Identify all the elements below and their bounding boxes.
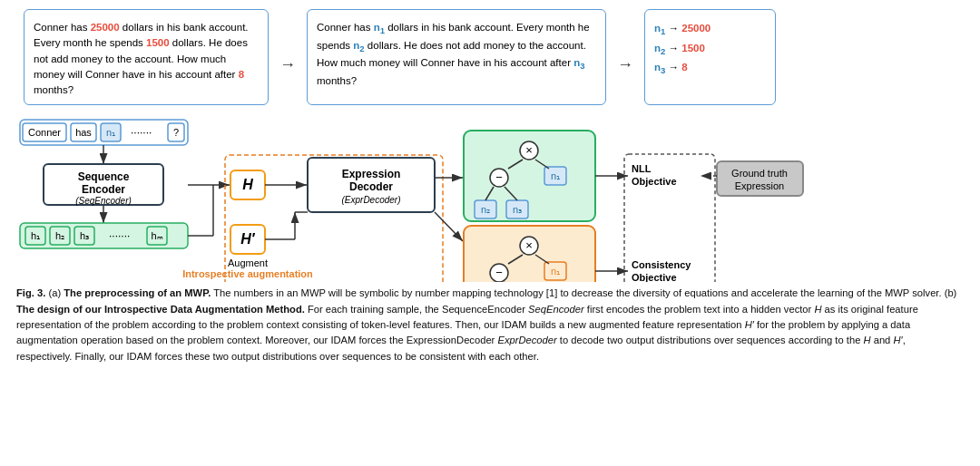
- svg-text:×: ×: [525, 143, 533, 157]
- svg-text:NLL: NLL: [632, 163, 652, 174]
- svg-text:?: ?: [173, 127, 179, 138]
- mwp-box: Conner has 25000 dollars in his bank acc…: [24, 9, 269, 105]
- arrow-preprocessed-to-nummap: →: [613, 24, 637, 105]
- number-mapping-box: n1 → 25000 n2 → 1500 n3 → 8: [644, 9, 776, 105]
- arrow-mwp-to-preprocessed: →: [276, 24, 299, 105]
- number-mapping-item-2: n2 → 1500: [654, 40, 766, 60]
- svg-text:Introspective augmentation: Introspective augmentation: [182, 268, 313, 279]
- svg-text:Consistency: Consistency: [632, 259, 691, 270]
- svg-text:Encoder: Encoder: [82, 183, 125, 196]
- mwp-text: Conner has 25000 dollars in his bank acc…: [34, 20, 259, 98]
- svg-text:Decoder: Decoder: [349, 180, 393, 193]
- svg-text:has: has: [75, 127, 92, 138]
- preprocessed-mwp-box: Conner has n1 dollars in his bank accoun…: [307, 9, 606, 105]
- svg-text:Objective: Objective: [632, 176, 677, 187]
- mwp-n3: 8: [239, 69, 244, 80]
- svg-text:H: H: [242, 177, 253, 192]
- svg-text:−: −: [495, 170, 503, 184]
- svg-text:·······: ·······: [109, 229, 130, 242]
- svg-text:Sequence: Sequence: [78, 170, 130, 183]
- svg-text:hₘ: hₘ: [151, 230, 162, 241]
- svg-text:h₃: h₃: [80, 230, 89, 241]
- number-mapping-item-3: n3 → 8: [654, 59, 766, 79]
- preprocessed-text: Conner has n1 dollars in his bank accoun…: [317, 20, 596, 89]
- svg-text:n₃: n₃: [513, 204, 522, 215]
- pp-n2: n2: [353, 40, 364, 51]
- svg-text:n₁: n₁: [551, 266, 560, 277]
- svg-text:h₂: h₂: [55, 230, 64, 241]
- section-b-diagram: Conner has n₁ ······· ? Sequence Encoder…: [18, 114, 944, 282]
- pp-n3: n3: [573, 57, 584, 68]
- svg-text:−: −: [495, 266, 503, 279]
- svg-text:n₂: n₂: [481, 204, 490, 215]
- main-container: Conner has 25000 dollars in his bank acc…: [0, 0, 980, 466]
- mwp-n2: 1500: [146, 37, 170, 48]
- mwp-n1: 25000: [91, 22, 120, 33]
- svg-text:Expression: Expression: [342, 168, 401, 180]
- svg-text:Objective: Objective: [632, 272, 677, 282]
- svg-text:n₁: n₁: [106, 127, 115, 138]
- svg-text:H′: H′: [240, 231, 256, 247]
- description-text: Fig. 3. (a) The preprocessing of an MWP.…: [13, 286, 967, 364]
- svg-text:×: ×: [525, 238, 533, 252]
- pp-n1: n1: [374, 22, 385, 33]
- svg-text:h₁: h₁: [31, 230, 40, 241]
- svg-line-45: [435, 212, 463, 241]
- svg-text:·······: ·······: [131, 126, 152, 139]
- number-mapping-item-1: n1 → 25000: [654, 20, 766, 40]
- svg-text:Ground truth: Ground truth: [731, 168, 788, 179]
- section-a: Conner has 25000 dollars in his bank acc…: [13, 9, 967, 105]
- svg-text:Expression: Expression: [735, 180, 784, 191]
- svg-text:(SeqEncoder): (SeqEncoder): [75, 196, 132, 206]
- svg-text:(ExprDecoder): (ExprDecoder): [341, 195, 400, 205]
- fig-label: Fig. 3.: [16, 287, 45, 298]
- svg-text:Augment: Augment: [228, 257, 268, 268]
- svg-text:n₁: n₁: [551, 170, 560, 181]
- svg-text:Conner: Conner: [28, 127, 61, 138]
- description-part-a: (a) The preprocessing of an MWP. The num…: [16, 287, 956, 361]
